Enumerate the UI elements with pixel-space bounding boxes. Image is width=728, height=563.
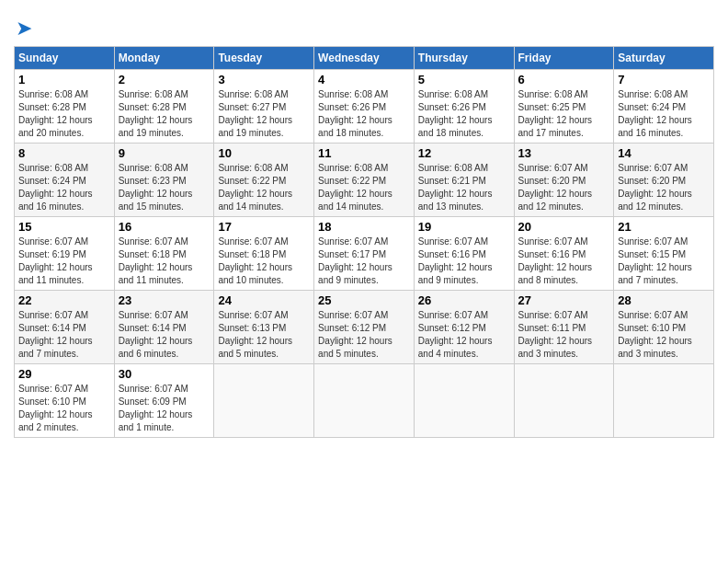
day-header-thursday: Thursday xyxy=(414,47,514,70)
day-number: 6 xyxy=(518,73,610,86)
calendar-cell: 1 Sunrise: 6:08 AMSunset: 6:28 PMDayligh… xyxy=(15,70,115,144)
day-number: 20 xyxy=(518,220,610,234)
day-number: 13 xyxy=(518,146,610,160)
day-info: Sunrise: 6:08 AMSunset: 6:21 PMDaylight:… xyxy=(418,163,493,212)
calendar-cell: 25 Sunrise: 6:07 AMSunset: 6:12 PMDaylig… xyxy=(314,291,415,364)
day-header-tuesday: Tuesday xyxy=(214,47,314,70)
day-info: Sunrise: 6:08 AMSunset: 6:26 PMDaylight:… xyxy=(318,89,392,138)
calendar-cell: 29 Sunrise: 6:07 AMSunset: 6:10 PMDaylig… xyxy=(15,364,115,438)
day-info: Sunrise: 6:08 AMSunset: 6:23 PMDaylight:… xyxy=(119,163,193,212)
calendar-cell: 18 Sunrise: 6:07 AMSunset: 6:17 PMDaylig… xyxy=(314,217,415,291)
calendar-cell: 23 Sunrise: 6:07 AMSunset: 6:14 PMDaylig… xyxy=(114,291,214,364)
day-number: 15 xyxy=(18,220,110,234)
calendar-cell: 6 Sunrise: 6:08 AMSunset: 6:25 PMDayligh… xyxy=(514,70,614,144)
day-info: Sunrise: 6:08 AMSunset: 6:28 PMDaylight:… xyxy=(119,89,193,138)
calendar-cell: 3 Sunrise: 6:08 AMSunset: 6:27 PMDayligh… xyxy=(214,70,314,144)
calendar-cell: 2 Sunrise: 6:08 AMSunset: 6:28 PMDayligh… xyxy=(114,70,214,144)
day-info: Sunrise: 6:07 AMSunset: 6:13 PMDaylight:… xyxy=(218,310,292,359)
day-info: Sunrise: 6:08 AMSunset: 6:25 PMDaylight:… xyxy=(518,89,593,138)
day-info: Sunrise: 6:08 AMSunset: 6:24 PMDaylight:… xyxy=(618,89,692,138)
calendar-cell xyxy=(414,364,514,438)
day-number: 8 xyxy=(18,146,110,160)
day-info: Sunrise: 6:07 AMSunset: 6:12 PMDaylight:… xyxy=(318,310,392,359)
calendar-cell: 19 Sunrise: 6:07 AMSunset: 6:16 PMDaylig… xyxy=(414,217,514,291)
day-info: Sunrise: 6:07 AMSunset: 6:10 PMDaylight:… xyxy=(618,310,692,359)
day-number: 2 xyxy=(119,73,210,86)
calendar-table: SundayMondayTuesdayWednesdayThursdayFrid… xyxy=(14,46,714,438)
calendar-cell: 26 Sunrise: 6:07 AMSunset: 6:12 PMDaylig… xyxy=(414,291,514,364)
calendar-cell: 5 Sunrise: 6:08 AMSunset: 6:26 PMDayligh… xyxy=(414,70,514,144)
day-number: 24 xyxy=(218,293,310,307)
calendar-cell: 16 Sunrise: 6:07 AMSunset: 6:18 PMDaylig… xyxy=(114,217,214,291)
day-info: Sunrise: 6:08 AMSunset: 6:27 PMDaylight:… xyxy=(218,89,292,138)
day-info: Sunrise: 6:07 AMSunset: 6:14 PMDaylight:… xyxy=(18,310,93,359)
day-number: 16 xyxy=(119,220,210,234)
calendar-cell: 15 Sunrise: 6:07 AMSunset: 6:19 PMDaylig… xyxy=(15,217,115,291)
day-info: Sunrise: 6:08 AMSunset: 6:26 PMDaylight:… xyxy=(418,89,493,138)
calendar-week-row: 29 Sunrise: 6:07 AMSunset: 6:10 PMDaylig… xyxy=(15,364,714,438)
day-info: Sunrise: 6:07 AMSunset: 6:10 PMDaylight:… xyxy=(18,384,93,432)
day-info: Sunrise: 6:08 AMSunset: 6:24 PMDaylight:… xyxy=(18,163,93,212)
calendar-cell xyxy=(514,364,614,438)
day-number: 21 xyxy=(618,220,710,234)
day-number: 22 xyxy=(18,293,110,307)
day-number: 7 xyxy=(618,73,710,86)
day-number: 23 xyxy=(119,293,210,307)
day-info: Sunrise: 6:07 AMSunset: 6:15 PMDaylight:… xyxy=(618,236,692,285)
calendar-cell: 20 Sunrise: 6:07 AMSunset: 6:16 PMDaylig… xyxy=(514,217,614,291)
day-info: Sunrise: 6:07 AMSunset: 6:16 PMDaylight:… xyxy=(418,236,493,285)
day-info: Sunrise: 6:07 AMSunset: 6:20 PMDaylight:… xyxy=(518,163,593,212)
day-info: Sunrise: 6:07 AMSunset: 6:09 PMDaylight:… xyxy=(119,384,193,432)
day-number: 19 xyxy=(418,220,510,234)
calendar-cell xyxy=(214,364,314,438)
day-number: 11 xyxy=(318,146,410,160)
day-number: 14 xyxy=(618,146,710,160)
day-info: Sunrise: 6:07 AMSunset: 6:14 PMDaylight:… xyxy=(119,310,193,359)
calendar-cell: 4 Sunrise: 6:08 AMSunset: 6:26 PMDayligh… xyxy=(314,70,415,144)
calendar-week-row: 8 Sunrise: 6:08 AMSunset: 6:24 PMDayligh… xyxy=(15,144,714,217)
day-info: Sunrise: 6:07 AMSunset: 6:18 PMDaylight:… xyxy=(218,236,292,285)
day-number: 4 xyxy=(318,73,410,86)
calendar-week-row: 1 Sunrise: 6:08 AMSunset: 6:28 PMDayligh… xyxy=(15,70,714,144)
day-number: 3 xyxy=(218,73,310,86)
day-header-saturday: Saturday xyxy=(614,47,714,70)
day-info: Sunrise: 6:08 AMSunset: 6:28 PMDaylight:… xyxy=(18,89,93,138)
day-info: Sunrise: 6:07 AMSunset: 6:18 PMDaylight:… xyxy=(119,236,193,285)
day-info: Sunrise: 6:07 AMSunset: 6:17 PMDaylight:… xyxy=(318,236,392,285)
calendar-cell: 30 Sunrise: 6:07 AMSunset: 6:09 PMDaylig… xyxy=(114,364,214,438)
day-number: 17 xyxy=(218,220,310,234)
calendar-cell: 17 Sunrise: 6:07 AMSunset: 6:18 PMDaylig… xyxy=(214,217,314,291)
day-info: Sunrise: 6:08 AMSunset: 6:22 PMDaylight:… xyxy=(318,163,392,212)
day-header-wednesday: Wednesday xyxy=(314,47,415,70)
day-number: 1 xyxy=(18,73,110,86)
day-number: 28 xyxy=(618,293,710,307)
day-number: 27 xyxy=(518,293,610,307)
day-info: Sunrise: 6:08 AMSunset: 6:22 PMDaylight:… xyxy=(218,163,292,212)
day-header-sunday: Sunday xyxy=(15,47,115,70)
calendar-cell: 10 Sunrise: 6:08 AMSunset: 6:22 PMDaylig… xyxy=(214,144,314,217)
calendar-cell: 9 Sunrise: 6:08 AMSunset: 6:23 PMDayligh… xyxy=(114,144,214,217)
calendar-cell: 24 Sunrise: 6:07 AMSunset: 6:13 PMDaylig… xyxy=(214,291,314,364)
calendar-cell: 21 Sunrise: 6:07 AMSunset: 6:15 PMDaylig… xyxy=(614,217,714,291)
calendar-week-row: 22 Sunrise: 6:07 AMSunset: 6:14 PMDaylig… xyxy=(15,291,714,364)
day-header-monday: Monday xyxy=(114,47,214,70)
day-number: 10 xyxy=(218,146,310,160)
day-number: 18 xyxy=(318,220,410,234)
calendar-cell: 27 Sunrise: 6:07 AMSunset: 6:11 PMDaylig… xyxy=(514,291,614,364)
calendar-header-row: SundayMondayTuesdayWednesdayThursdayFrid… xyxy=(15,47,714,70)
day-info: Sunrise: 6:07 AMSunset: 6:12 PMDaylight:… xyxy=(418,310,493,359)
calendar-cell: 11 Sunrise: 6:08 AMSunset: 6:22 PMDaylig… xyxy=(314,144,415,217)
calendar-week-row: 15 Sunrise: 6:07 AMSunset: 6:19 PMDaylig… xyxy=(15,217,714,291)
calendar-cell: 22 Sunrise: 6:07 AMSunset: 6:14 PMDaylig… xyxy=(15,291,115,364)
calendar-cell: 13 Sunrise: 6:07 AMSunset: 6:20 PMDaylig… xyxy=(514,144,614,217)
calendar-cell: 12 Sunrise: 6:08 AMSunset: 6:21 PMDaylig… xyxy=(414,144,514,217)
day-number: 29 xyxy=(18,367,110,381)
header: ➤ xyxy=(14,9,714,40)
logo: ➤ xyxy=(14,17,32,40)
day-number: 12 xyxy=(418,146,510,160)
day-info: Sunrise: 6:07 AMSunset: 6:11 PMDaylight:… xyxy=(518,310,593,359)
day-info: Sunrise: 6:07 AMSunset: 6:16 PMDaylight:… xyxy=(518,236,593,285)
calendar-cell xyxy=(614,364,714,438)
calendar-cell: 7 Sunrise: 6:08 AMSunset: 6:24 PMDayligh… xyxy=(614,70,714,144)
day-info: Sunrise: 6:07 AMSunset: 6:20 PMDaylight:… xyxy=(618,163,692,212)
